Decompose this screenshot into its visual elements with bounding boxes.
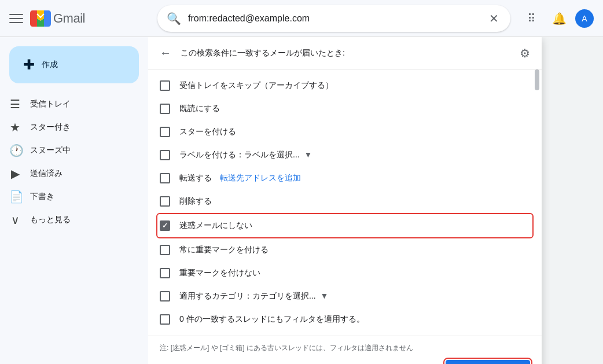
compose-plus-icon: ✚ (23, 57, 35, 73)
search-clear-icon[interactable]: ✕ (487, 9, 501, 28)
category-checkbox[interactable] (160, 291, 170, 302)
filter-row-always-important: 常に重要マークを付ける (148, 238, 542, 262)
apps-icon[interactable]: ⠿ (520, 7, 543, 30)
filter-footer-actions: ? ヘルプ フィルタを作成 (160, 360, 530, 364)
sidebar-item-label: もっと見る (30, 215, 71, 225)
content-area: ← この検索条件に一致するメールが届いたとき: ⚙ 受信トレイをスキップ（アーカ… (148, 37, 603, 364)
gmail-wordmark: Gmail (53, 11, 85, 26)
delete-checkbox[interactable] (160, 196, 170, 207)
filter-row-not-spam: 迷惑メールにしない (157, 214, 532, 237)
sidebar-item-label: 受信トレイ (30, 99, 71, 109)
back-arrow-icon[interactable]: ← (160, 46, 171, 60)
search-input[interactable] (188, 13, 487, 24)
forward-checkbox[interactable] (160, 173, 170, 183)
filter-row-star: スターを付ける (148, 120, 542, 144)
compose-button[interactable]: ✚ 作成 (9, 46, 139, 83)
mark-read-label: 既読にする (179, 104, 220, 114)
filter-row-forward: 転送する 転送先アドレスを追加 (148, 167, 542, 190)
filter-row-category: 適用するカテゴリ：カテゴリを選択... ▼ (148, 285, 542, 308)
sidebar-item-more[interactable]: ∨ もっと見る (0, 208, 139, 231)
avatar[interactable]: A (575, 9, 594, 28)
filter-row-skip-inbox: 受信トレイをスキップ（アーカイブする） (148, 74, 542, 97)
sidebar-item-snoozed[interactable]: 🕐 スヌーズ中 (0, 139, 139, 162)
filter-row-label: ラベルを付ける：ラベルを選択... ▼ (148, 144, 542, 167)
scroll-indicator (535, 69, 539, 90)
sidebar-item-starred[interactable]: ★ スター付き (0, 116, 139, 139)
search-icon: 🔍 (167, 12, 181, 25)
label-checkbox[interactable] (160, 150, 170, 160)
mark-read-checkbox[interactable] (160, 104, 170, 114)
forward-address-link[interactable]: 転送先アドレスを追加 (220, 173, 301, 182)
topbar-left: Gmail (9, 10, 148, 27)
never-important-checkbox[interactable] (160, 268, 170, 278)
snooze-icon: 🕐 (9, 144, 21, 157)
delete-label: 削除する (179, 196, 212, 207)
sidebar-item-label: スター付き (30, 122, 71, 133)
inbox-icon: ☰ (9, 97, 21, 111)
chevron-down-icon: ∨ (9, 213, 21, 227)
create-filter-button[interactable]: フィルタを作成 (446, 360, 530, 364)
filter-row-delete: 削除する (148, 190, 542, 213)
category-label: 適用するカテゴリ：カテゴリを選択... ▼ (179, 291, 328, 302)
filter-title: この検索条件に一致するメールが届いたとき: (181, 48, 345, 58)
main-layout: ✚ 作成 ☰ 受信トレイ ★ スター付き 🕐 スヌーズ中 ▶ 送信済み 📄 下書… (0, 37, 603, 364)
filter-row-never-important: 重要マークを付けない (148, 262, 542, 285)
draft-icon: 📄 (9, 190, 21, 204)
search-bar: 🔍 ✕ (157, 5, 510, 32)
apply-threads-checkbox[interactable] (160, 314, 170, 325)
star-label: スターを付ける (179, 127, 236, 137)
topbar: Gmail 🔍 ✕ ⠿ 🔔 A (0, 0, 603, 37)
never-important-label: 重要マークを付けない (179, 268, 260, 278)
sidebar-item-inbox[interactable]: ☰ 受信トレイ (0, 93, 139, 116)
gmail-m-icon (30, 10, 51, 27)
star-icon: ★ (9, 120, 21, 134)
filter-footer: 注: [迷惑メール] や [ゴミ箱] にある古いスレッドには、フィルタは適用され… (148, 336, 542, 364)
not-spam-checkbox[interactable] (160, 220, 170, 231)
filter-row-mark-read: 既読にする (148, 97, 542, 120)
menu-icon[interactable] (9, 12, 23, 25)
forward-label: 転送する 転送先アドレスを追加 (179, 173, 301, 183)
filter-dropdown: ← この検索条件に一致するメールが届いたとき: ⚙ 受信トレイをスキップ（アーカ… (148, 37, 542, 364)
filter-body: 受信トレイをスキップ（アーカイブする） 既読にする スターを付ける ラベルを付け… (148, 69, 542, 336)
send-icon: ▶ (9, 167, 21, 181)
skip-inbox-label: 受信トレイをスキップ（アーカイブする） (179, 80, 333, 91)
compose-label: 作成 (42, 60, 58, 70)
category-select[interactable]: ▼ (321, 291, 329, 300)
not-spam-label: 迷惑メールにしない (179, 220, 252, 231)
label-select[interactable]: ▼ (304, 150, 312, 159)
sidebar-item-label: スヌーズ中 (30, 145, 71, 156)
sidebar-item-label: 下書き (30, 192, 54, 202)
filter-row-apply-threads: 0 件の一致するスレッドにもフィルタを適用する。 (148, 308, 542, 331)
always-important-checkbox[interactable] (160, 245, 170, 255)
filter-header: ← この検索条件に一致するメールが届いたとき: ⚙ (148, 37, 542, 69)
notifications-icon[interactable]: 🔔 (547, 7, 571, 30)
apply-threads-label: 0 件の一致するスレッドにもフィルタを適用する。 (179, 314, 365, 325)
skip-inbox-checkbox[interactable] (160, 80, 170, 91)
star-checkbox[interactable] (160, 127, 170, 137)
settings-icon[interactable]: ⚙ (520, 46, 530, 60)
sidebar-item-drafts[interactable]: 📄 下書き (0, 185, 139, 208)
always-important-label: 常に重要マークを付ける (179, 245, 269, 255)
topbar-right: ⠿ 🔔 A (520, 7, 594, 30)
label-label: ラベルを付ける：ラベルを選択... ▼ (179, 150, 312, 160)
gmail-logo: Gmail (30, 10, 85, 27)
sidebar-item-sent[interactable]: ▶ 送信済み (0, 162, 139, 185)
sidebar-item-label: 送信済み (30, 168, 62, 179)
sidebar: ✚ 作成 ☰ 受信トレイ ★ スター付き 🕐 スヌーズ中 ▶ 送信済み 📄 下書… (0, 37, 148, 364)
filter-note: 注: [迷惑メール] や [ゴミ箱] にある古いスレッドには、フィルタは適用され… (160, 343, 530, 353)
